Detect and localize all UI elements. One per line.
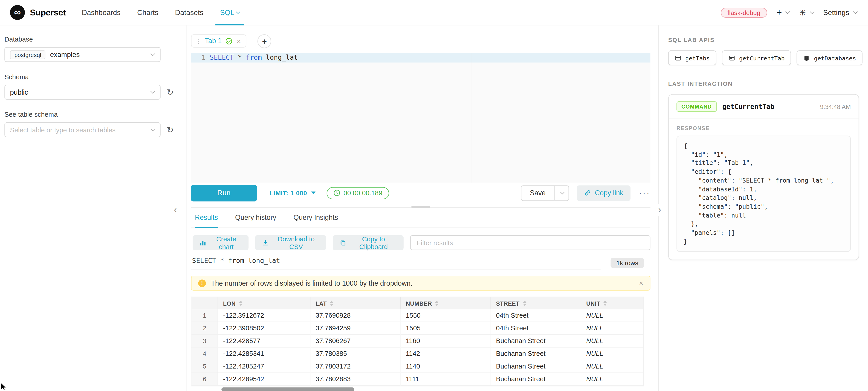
- tabs-icon: [675, 55, 681, 61]
- filter-results-input[interactable]: [410, 235, 650, 250]
- table-row: 4-122.428534137.7803851142Buchanan Stree…: [191, 348, 643, 360]
- download-csv-button[interactable]: Download to CSV: [255, 235, 326, 250]
- column-header-lat[interactable]: LAT: [310, 297, 401, 309]
- database-select[interactable]: postgresql examples: [4, 47, 161, 62]
- query-tab-1[interactable]: ⋮ Tab 1 ×: [191, 34, 246, 48]
- getcurrenttab-button[interactable]: getCurrentTab: [722, 51, 791, 65]
- row-limit-alert: ! The number of rows displayed is limite…: [191, 275, 650, 291]
- column-header-street[interactable]: STREET: [491, 297, 581, 309]
- create-chart-button[interactable]: Create chart: [193, 235, 249, 250]
- getdatabases-button[interactable]: getDatabases: [797, 51, 863, 65]
- table-row: 6-122.428954237.78028831111Buchanan Stre…: [191, 373, 643, 386]
- database-icon: [804, 55, 810, 61]
- table-cell: 37.7694259: [310, 322, 401, 335]
- table-row: 3-122.42857737.78062671160Buchanan Stree…: [191, 335, 643, 348]
- command-badge: COMMAND: [677, 101, 717, 112]
- drag-handle-icon: ⋮: [195, 37, 202, 45]
- close-alert-icon[interactable]: ×: [639, 279, 643, 288]
- alert-message: The number of rows displayed is limited …: [211, 279, 412, 287]
- table-select[interactable]: Select table or type to search tables: [4, 122, 161, 137]
- row-index: 2: [191, 322, 218, 335]
- collapse-right-panel[interactable]: ›: [657, 204, 662, 216]
- table-cell: 1550: [401, 309, 491, 322]
- more-options-button[interactable]: ···: [639, 188, 650, 198]
- run-button[interactable]: Run: [191, 185, 257, 201]
- sort-icon: [523, 301, 526, 306]
- results-actions: Create chart Download to CSV Copy to Cli…: [191, 235, 650, 250]
- table-cell: 37.7690928: [310, 309, 401, 322]
- command-name: getCurrentTab: [722, 103, 774, 110]
- scrollbar-thumb[interactable]: [221, 387, 354, 391]
- limit-value: 1 000: [290, 190, 307, 196]
- table-row: 1-122.391267237.7690928155004th StreetNU…: [191, 309, 643, 322]
- rows-count-badge: 1k rows: [611, 258, 644, 268]
- settings-menu[interactable]: Settings: [823, 8, 857, 17]
- row-index: 3: [191, 335, 218, 348]
- sql-code-editor[interactable]: 1 SELECT * from long_lat: [191, 53, 650, 183]
- table-cell: -122.3908502: [218, 322, 310, 335]
- clock-icon: [333, 189, 340, 197]
- row-index: 5: [191, 360, 218, 373]
- tab-label: Tab 1: [205, 37, 222, 45]
- response-json: { "id": "1", "title": "Tab 1", "editor":…: [677, 136, 851, 252]
- horizontal-scrollbar[interactable]: [191, 386, 644, 391]
- tab-query-history[interactable]: Query history: [235, 207, 276, 228]
- table-schema-label: See table schema: [4, 111, 186, 119]
- table-cell: -122.3912672: [218, 309, 310, 322]
- table-cell: 37.7802883: [310, 373, 401, 386]
- chevron-down-icon: [150, 89, 155, 94]
- table-cell: Buchanan Street: [491, 373, 581, 386]
- close-tab-icon[interactable]: ×: [237, 37, 241, 45]
- card-divider: [669, 118, 859, 118]
- collapse-left-panel[interactable]: ‹: [173, 204, 178, 216]
- add-new-dropdown[interactable]: +: [776, 8, 789, 17]
- nav-charts[interactable]: Charts: [129, 0, 167, 25]
- table-cell: Buchanan Street: [491, 335, 581, 348]
- nav-datasets[interactable]: Datasets: [167, 0, 212, 25]
- chevron-down-icon: [150, 51, 155, 56]
- gettabs-button[interactable]: getTabs: [668, 51, 716, 65]
- copy-link-button[interactable]: Copy link: [577, 185, 630, 200]
- column-header-number[interactable]: NUMBER: [401, 297, 491, 309]
- tab-results[interactable]: Results: [195, 207, 218, 228]
- splitter-grip[interactable]: [411, 206, 430, 208]
- api-buttons: getTabs getCurrentTab getDatabases: [668, 51, 859, 65]
- sun-icon: ☀: [799, 8, 806, 17]
- save-dropdown-button[interactable]: [554, 186, 568, 200]
- schema-select[interactable]: public: [4, 85, 161, 100]
- print-margin-line: [472, 53, 472, 183]
- navbar-right: flask-debug + ☀ Settings: [721, 7, 857, 18]
- column-header-lon[interactable]: LON: [218, 297, 310, 309]
- table-cell: 37.7806267: [310, 335, 401, 348]
- copy-clipboard-button[interactable]: Copy to Clipboard: [333, 235, 404, 250]
- table-cell: NULL: [581, 373, 643, 386]
- results-table: LON LAT NUMBER STREET UNIT 1-122.3912672…: [191, 297, 644, 386]
- nav-dashboards[interactable]: Dashboards: [73, 0, 129, 25]
- limit-label: LIMIT:: [270, 190, 288, 196]
- sort-icon: [330, 301, 333, 306]
- table-cell: -122.428577: [218, 335, 310, 348]
- superset-sqllab-app: ∞ Superset Dashboards Charts Datasets SQ…: [0, 0, 868, 391]
- sql-statement: SELECT * from long_lat: [210, 53, 298, 62]
- nav-sql[interactable]: SQL: [212, 0, 248, 25]
- mouse-cursor: [0, 383, 7, 391]
- limit-dropdown[interactable]: LIMIT: 1 000: [270, 190, 315, 196]
- table-cell: NULL: [581, 322, 643, 335]
- table-cell: -122.4289542: [218, 373, 310, 386]
- table-cell: Buchanan Street: [491, 348, 581, 360]
- sort-icon: [435, 301, 439, 306]
- chevron-down-icon: [853, 9, 858, 14]
- save-button[interactable]: Save: [521, 186, 554, 200]
- theme-dropdown[interactable]: ☀: [799, 8, 814, 17]
- table-cell: -122.4285341: [218, 348, 310, 360]
- column-header-unit[interactable]: UNIT: [581, 297, 643, 309]
- row-index: 6: [191, 373, 218, 386]
- tab-query-insights[interactable]: Query Insights: [293, 207, 338, 228]
- interaction-header: COMMAND getCurrentTab 9:34:48 AM: [677, 101, 851, 112]
- refresh-tables-icon[interactable]: ↻: [167, 126, 174, 134]
- refresh-schema-icon[interactable]: ↻: [167, 88, 174, 97]
- save-split-button: Save: [521, 185, 569, 200]
- table-cell: 1505: [401, 322, 491, 335]
- add-tab-button[interactable]: +: [257, 34, 271, 48]
- superset-logo-icon[interactable]: ∞: [10, 5, 25, 20]
